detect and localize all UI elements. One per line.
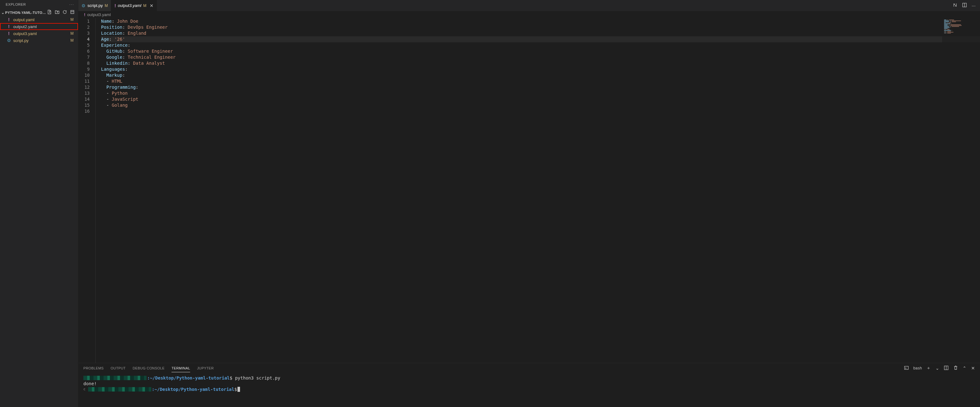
file-type-icon: ⚙ <box>6 38 11 43</box>
collapse-icon[interactable] <box>70 10 75 16</box>
code-line: Position: DevOps Engineer <box>101 24 980 30</box>
code-line: - Python <box>101 90 980 96</box>
code-line: Linkedin: Data Analyst <box>101 60 980 66</box>
new-folder-icon[interactable] <box>55 10 60 16</box>
terminal-dropdown-icon[interactable]: ⌄ <box>935 366 939 371</box>
tab-file-icon: ! <box>115 3 116 8</box>
app-root: EXPLORER ··· ⌄ PYTHON-YAML-TUTO… !output… <box>0 0 980 407</box>
line-number: 9 <box>78 66 90 72</box>
launch-profile-icon[interactable] <box>904 365 909 371</box>
chevron-down-icon: ⌄ <box>1 10 5 15</box>
line-number: 11 <box>78 78 90 84</box>
code-line: Languages: <box>101 66 980 72</box>
code-line: Experience: <box>101 42 980 48</box>
code-line: GitHub: Software Engineer <box>101 48 980 54</box>
panel-tab[interactable]: OUTPUT <box>111 364 126 372</box>
line-number: 15 <box>78 102 90 108</box>
minimap[interactable] <box>942 18 980 363</box>
panel-tab[interactable]: TERMINAL <box>172 364 190 372</box>
terminal-prompt-symbol: $ <box>230 375 232 381</box>
code-line: Age: '26' <box>101 36 980 42</box>
maximize-panel-icon[interactable]: ⌃ <box>963 366 966 371</box>
folder-name: PYTHON-YAML-TUTO… <box>5 11 47 14</box>
refresh-icon[interactable] <box>62 10 67 16</box>
terminal-path: :~/Desktop/Python-yaml-tutorial <box>147 375 230 381</box>
line-number-gutter: 12345678910111213141516 <box>78 18 95 363</box>
code-line <box>101 108 980 114</box>
line-number: 2 <box>78 24 90 30</box>
code-line: Location: England <box>101 30 980 36</box>
panel-actions: bash ＋ ⌄ ⌃ ✕ <box>904 365 975 371</box>
tab-filename: output3.yaml <box>118 3 141 8</box>
tab-modified-badge: M <box>143 3 146 8</box>
file-item[interactable]: !output.yamlM <box>0 16 78 23</box>
panel-tabbar: PROBLEMSOUTPUTDEBUG CONSOLETERMINALJUPYT… <box>78 363 980 373</box>
line-number: 12 <box>78 84 90 90</box>
code-line: Google: Technical Engineer <box>101 54 980 60</box>
terminal-content[interactable]: :~/Desktop/Python-yaml-tutorial $ python… <box>78 373 980 407</box>
line-number: 1 <box>78 18 90 24</box>
panel-tab[interactable]: PROBLEMS <box>83 364 103 372</box>
file-item[interactable]: ⚙script.pyM <box>0 37 78 44</box>
svg-rect-1 <box>905 366 908 369</box>
file-name: script.py <box>13 38 70 43</box>
modified-badge: M <box>70 31 75 36</box>
tab-more-icon[interactable]: ··· <box>972 3 975 8</box>
code-line: Programming: <box>101 84 980 90</box>
file-type-icon: ! <box>6 17 11 22</box>
tab-file-icon: ⚙ <box>81 3 86 8</box>
file-name: output.yaml <box>13 17 70 22</box>
terminal-prompt-symbol: $ <box>234 386 237 392</box>
yaml-file-icon: ! <box>84 12 85 17</box>
terminal-output: done! <box>83 381 97 386</box>
folder-header[interactable]: ⌄ PYTHON-YAML-TUTO… <box>0 9 78 16</box>
line-number: 10 <box>78 72 90 78</box>
editor-area: 12345678910111213141516 Name: John DoePo… <box>78 18 980 363</box>
tabbar-actions: ··· <box>948 0 980 11</box>
code-content[interactable]: Name: John DoePosition: DevOps EngineerL… <box>101 18 980 363</box>
terminal-line: c :~/Desktop/Python-yaml-tutorial $ <box>83 386 975 392</box>
explorer-more-icon[interactable]: ··· <box>70 3 74 6</box>
main-area: ⚙script.pyM!output3.yamlM✕ ··· ! output3… <box>78 0 980 407</box>
file-type-icon: ! <box>6 31 11 36</box>
terminal-line: :~/Desktop/Python-yaml-tutorial $ python… <box>83 375 975 381</box>
file-item[interactable]: !output3.yamlM <box>0 30 78 37</box>
editor-tab[interactable]: ⚙script.pyM <box>78 0 111 11</box>
terminal-path: :~/Desktop/Python-yaml-tutorial <box>152 386 234 392</box>
split-terminal-icon[interactable] <box>944 365 949 371</box>
line-number: 8 <box>78 60 90 66</box>
breadcrumb[interactable]: ! output3.yaml <box>78 11 980 18</box>
terminal-prefix: c <box>83 386 86 392</box>
file-name: output2.yaml <box>13 24 75 29</box>
kill-terminal-icon[interactable] <box>953 365 958 371</box>
panel-tab[interactable]: DEBUG CONSOLE <box>133 364 165 372</box>
code-line: - HTML <box>101 78 980 84</box>
terminal-command: python3 script.py <box>235 375 280 381</box>
editor-tab[interactable]: !output3.yamlM✕ <box>111 0 157 11</box>
explorer-sidebar: EXPLORER ··· ⌄ PYTHON-YAML-TUTO… !output… <box>0 0 78 407</box>
close-tab-icon[interactable]: ✕ <box>150 3 153 8</box>
line-number: 4 <box>78 36 90 42</box>
shell-label[interactable]: bash <box>913 366 922 370</box>
file-item[interactable]: !output2.yaml <box>0 23 78 30</box>
panel-tab[interactable]: JUPYTER <box>197 364 214 372</box>
code-editor[interactable]: 12345678910111213141516 Name: John DoePo… <box>78 18 980 363</box>
split-editor-icon[interactable] <box>962 3 967 8</box>
file-list: !output.yamlM!output2.yaml!output3.yamlM… <box>0 16 78 407</box>
terminal-cursor <box>237 387 240 392</box>
file-type-icon: ! <box>6 24 11 29</box>
line-number: 14 <box>78 96 90 102</box>
terminal-user-redacted <box>83 376 146 380</box>
explorer-title: EXPLORER <box>6 3 26 6</box>
new-file-icon[interactable] <box>47 10 52 16</box>
terminal-line: done! <box>83 381 975 386</box>
explorer-header: EXPLORER ··· <box>0 0 78 9</box>
editor-tabbar: ⚙script.pyM!output3.yamlM✕ ··· <box>78 0 980 11</box>
tab-filename: script.py <box>88 3 103 8</box>
close-panel-icon[interactable]: ✕ <box>971 366 975 371</box>
code-line: - JavaScript <box>101 96 980 102</box>
line-number: 5 <box>78 42 90 48</box>
tab-modified-badge: M <box>105 3 108 8</box>
new-terminal-icon[interactable]: ＋ <box>926 365 931 371</box>
compare-changes-icon[interactable] <box>953 3 958 8</box>
